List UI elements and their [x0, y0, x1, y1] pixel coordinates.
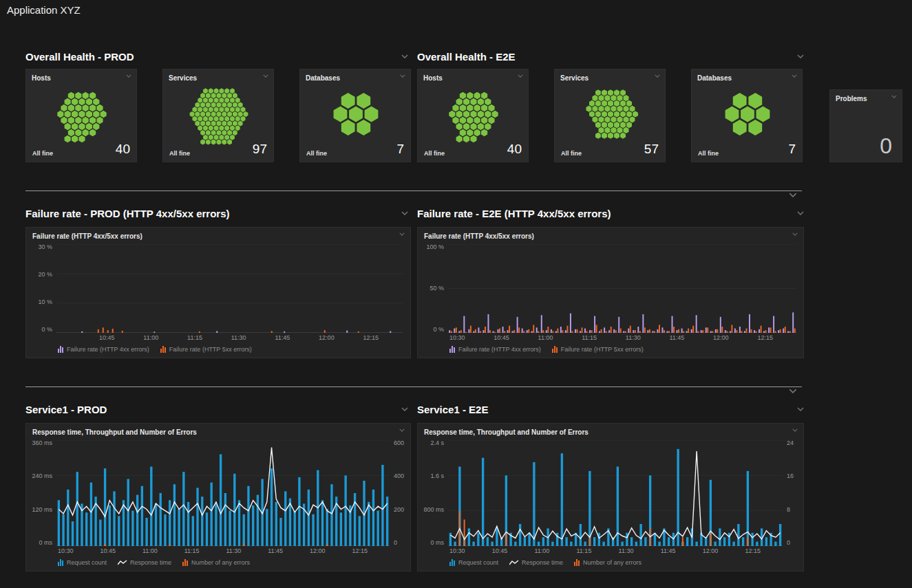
- hexagon-entity: [608, 100, 613, 107]
- hexagon-entity: [452, 117, 458, 124]
- chart-tile-service-prod[interactable]: Response time, Throughput and Number of …: [25, 423, 411, 571]
- legend-item[interactable]: Failure rate (HTTP 4xx errors): [449, 346, 541, 353]
- legend-item[interactable]: Request count: [58, 559, 107, 566]
- legend-item[interactable]: Response time: [118, 559, 171, 566]
- tile-title: Hosts: [423, 74, 443, 82]
- page-title: Application XYZ: [7, 4, 81, 16]
- x-axis-label: 11:30: [619, 547, 634, 554]
- hexagon-entity: [488, 105, 494, 112]
- hexagon-entity: [624, 106, 629, 112]
- service-metrics-chart: [56, 440, 390, 546]
- legend-bars-icon: [449, 559, 456, 566]
- legend-item[interactable]: Number of any errors: [574, 559, 641, 566]
- hexagon-entity: [238, 102, 243, 108]
- section-title: Service1 - E2E: [417, 404, 488, 415]
- chart-tile-service-e2e[interactable]: Response time, Throughput and Number of …: [417, 423, 804, 571]
- health-tile-hosts-e2e[interactable]: Hosts All fine40: [417, 69, 529, 162]
- chevron-down-icon[interactable]: [401, 54, 408, 58]
- hexagon-entity: [227, 130, 232, 135]
- y-axis-label: 240 ms: [32, 473, 52, 479]
- chevron-down-icon[interactable]: [792, 232, 798, 236]
- y-axis-label: 20 %: [38, 272, 52, 278]
- legend-item[interactable]: Request count: [449, 559, 498, 566]
- chevron-down-icon[interactable]: [126, 74, 131, 78]
- chevron-down-icon[interactable]: [400, 74, 405, 78]
- hexagon-entity: [206, 102, 211, 108]
- chevron-down-icon[interactable]: [797, 54, 804, 58]
- hexagon-entity: [748, 120, 762, 135]
- chart-tile-failure-e2e[interactable]: Failure rate (HTTP 4xx/5xx errors) 100 %…: [417, 227, 804, 358]
- section-title: Failure rate - PROD (HTTP 4xx/5xx errors…: [25, 208, 230, 219]
- health-tile-services-e2e[interactable]: Services All fine57: [554, 69, 666, 162]
- hexagon-entity: [624, 95, 629, 101]
- entity-count: 57: [644, 142, 659, 157]
- hexagon-entity: [211, 121, 216, 127]
- chevron-down-icon[interactable]: [655, 74, 660, 78]
- hexagon-entity: [209, 135, 213, 140]
- hexagon-entity: [230, 98, 235, 103]
- chevron-down-icon[interactable]: [401, 211, 408, 215]
- health-tile-databases-prod[interactable]: Databases All fine7: [299, 69, 411, 162]
- hexagon-entity: [756, 107, 770, 122]
- hexagon-entity: [200, 102, 205, 108]
- chevron-down-icon[interactable]: [797, 211, 804, 215]
- legend-item[interactable]: Failure rate (HTTP 5xx errors): [552, 346, 644, 353]
- legend-item[interactable]: Failure rate (HTTP 4xx errors): [58, 346, 149, 353]
- legend-item[interactable]: Number of any errors: [182, 559, 250, 566]
- hexagon-entity: [733, 93, 747, 109]
- section-header-failure-e2e: Failure rate - E2E (HTTP 4xx/5xx errors): [417, 206, 804, 220]
- legend-item[interactable]: Response time: [509, 559, 563, 566]
- plot-area: [56, 440, 390, 546]
- legend-item[interactable]: Failure rate (HTTP 5xx errors): [160, 346, 252, 353]
- legend-label: Response time: [522, 559, 563, 566]
- hexagon-entity: [222, 102, 226, 108]
- chevron-down-icon[interactable]: [518, 74, 523, 78]
- hexagon-entity: [65, 123, 71, 131]
- plot-area: [448, 244, 796, 333]
- y-axis-label: 16: [787, 473, 803, 479]
- hexagon-entity: [86, 123, 92, 131]
- chevron-down-icon[interactable]: [792, 74, 797, 78]
- hexagon-entity: [620, 122, 626, 128]
- chevron-down-icon[interactable]: [401, 407, 408, 411]
- y-axis-label: 0: [787, 540, 803, 546]
- hexagon-entity: [78, 111, 85, 118]
- hexagon-entity: [485, 98, 491, 106]
- chevron-down-icon[interactable]: [797, 407, 804, 411]
- chevron-down-icon[interactable]: [792, 428, 798, 432]
- hexagon-entity: [198, 107, 202, 112]
- hexagon-entity: [83, 129, 89, 137]
- x-axis: 10:3010:4511:0011:1511:3011:4512:0012:15: [56, 547, 390, 554]
- chevron-down-icon[interactable]: [891, 95, 897, 98]
- hexagon-entity: [96, 105, 103, 112]
- tile-title: Databases: [306, 74, 340, 82]
- entity-count: 40: [507, 142, 522, 157]
- health-tile-hosts-prod[interactable]: Hosts All fine40: [25, 69, 137, 162]
- health-tile-databases-e2e[interactable]: Databases All fine7: [691, 69, 803, 162]
- tile-title: Databases: [697, 74, 732, 82]
- chart-tile-failure-prod[interactable]: Failure rate (HTTP 4xx/5xx errors) 30 %2…: [25, 227, 411, 358]
- section-header-health-prod: Overall Health - PROD: [25, 50, 408, 63]
- hexagon-entity: [78, 123, 85, 131]
- x-axis-label: 11:15: [582, 334, 597, 341]
- hexagon-entity: [195, 121, 200, 127]
- hexagon-entity: [470, 98, 476, 106]
- chart-title: Failure rate (HTTP 4xx/5xx errors): [32, 232, 142, 240]
- hexagon-entity: [357, 120, 370, 135]
- hexagon-entity: [463, 111, 469, 118]
- chevron-down-icon[interactable]: [399, 428, 405, 432]
- chevron-down-icon[interactable]: [399, 232, 405, 236]
- chevron-down-icon[interactable]: [263, 74, 268, 78]
- chevron-down-icon[interactable]: [789, 193, 797, 197]
- hexagon-entity: [206, 93, 211, 98]
- hexagon-entity: [620, 89, 626, 96]
- x-axis-label: 10:45: [494, 334, 509, 341]
- health-tile-services-prod[interactable]: Services All fine97: [162, 69, 274, 162]
- x-axis-label: 12:00: [310, 547, 326, 554]
- chevron-down-icon[interactable]: [789, 389, 797, 393]
- y-axis-left: 2.4 s1.6 s800 ms0 ms: [418, 440, 448, 546]
- hexagon-entity: [217, 102, 222, 108]
- hexagon-entity: [220, 98, 224, 103]
- hexagon-entity: [608, 133, 613, 139]
- problems-tile[interactable]: Problems 0: [829, 89, 902, 162]
